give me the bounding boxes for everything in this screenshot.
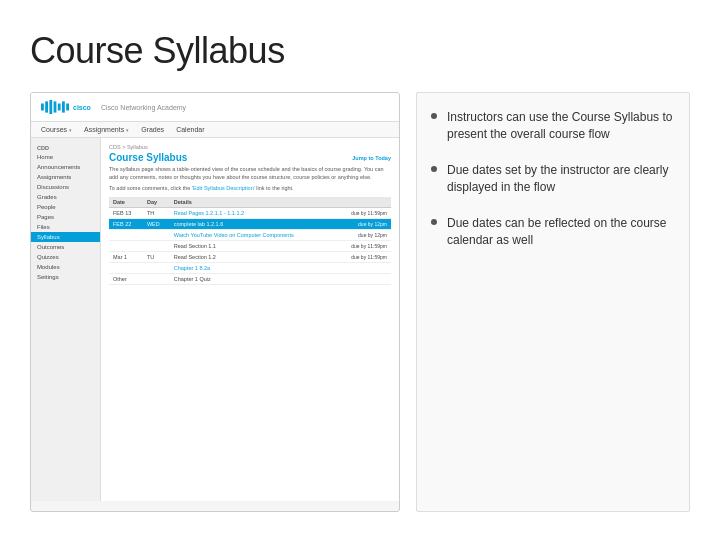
detail-link[interactable]: Chapter 1 8.2a <box>174 265 210 271</box>
page-content: CDS > Syllabus Course Syllabus Jump to T… <box>101 138 399 501</box>
sidebar-item-syllabus[interactable]: Syllabus <box>31 232 100 242</box>
sidebar-section-label: CDD <box>31 142 100 152</box>
cell-details: Read Section 1.2 <box>170 252 335 263</box>
svg-rect-4 <box>58 104 61 111</box>
cell-day <box>143 230 170 241</box>
main-area: CDD Home Announcements Assignments Discu… <box>31 138 399 501</box>
description-text: The syllabus page shows a table-oriented… <box>109 166 391 181</box>
col-due <box>335 197 392 208</box>
sidebar-item-announcements[interactable]: Announcements <box>31 162 100 172</box>
svg-rect-2 <box>49 100 52 114</box>
table-row: Read Section 1.1 due by 11:59pm <box>109 241 391 252</box>
sidebar-item-grades[interactable]: Grades <box>31 192 100 202</box>
edit-link[interactable]: 'Edit Syllabus Description' <box>192 185 255 191</box>
bullet-item-3: Due dates can be reflected on the course… <box>431 215 675 250</box>
content-area: cisco Cisco Networking Academy Courses ▾… <box>30 92 690 512</box>
academy-text: Cisco Networking Academy <box>101 104 186 111</box>
sidebar: CDD Home Announcements Assignments Discu… <box>31 138 101 501</box>
cell-date <box>109 230 143 241</box>
jump-to-today[interactable]: Jump to Today <box>352 155 391 161</box>
breadcrumb: CDS > Syllabus <box>109 144 391 150</box>
table-row: Watch YouTube Video on Computer Componen… <box>109 230 391 241</box>
cisco-text: cisco <box>73 104 91 111</box>
cell-date <box>109 241 143 252</box>
sidebar-item-people[interactable]: People <box>31 202 100 212</box>
nav-calendar[interactable]: Calendar <box>176 126 204 133</box>
cell-details: Read Pages 1.2.1.1 - 1.1.1.2 <box>170 208 335 219</box>
table-header-row: Date Day Details <box>109 197 391 208</box>
sidebar-item-home[interactable]: Home <box>31 152 100 162</box>
sidebar-item-assignments[interactable]: Assignments <box>31 172 100 182</box>
sidebar-item-files[interactable]: Files <box>31 222 100 232</box>
cell-day <box>143 274 170 285</box>
page-heading: Course Syllabus <box>109 152 187 163</box>
cell-due: due by 11:59pm <box>335 252 392 263</box>
cell-due <box>335 263 392 274</box>
cell-day: TU <box>143 252 170 263</box>
sidebar-item-quizzes[interactable]: Quizzes <box>31 252 100 262</box>
table-row: Other Chapter 1 Quiz <box>109 274 391 285</box>
slide-title: Course Syllabus <box>30 30 690 72</box>
table-row: Chapter 1 8.2a <box>109 263 391 274</box>
bullet-item-1: Instructors can use the Course Syllabus … <box>431 109 675 144</box>
table-row: FEB 22 WED complete lab 1.2.1.6 due by 1… <box>109 219 391 230</box>
cell-details: complete lab 1.2.1.6 <box>170 219 335 230</box>
cell-date: FEB 13 <box>109 208 143 219</box>
nav-grades[interactable]: Grades <box>141 126 164 133</box>
add-comments: To add some comments, click the 'Edit Sy… <box>109 185 391 191</box>
cell-details: Chapter 1 Quiz <box>170 274 335 285</box>
svg-rect-1 <box>45 101 48 112</box>
bullet-dot-2 <box>431 166 437 172</box>
cisco-logo: cisco <box>41 99 91 115</box>
syllabus-table: Date Day Details FEB 13 TH Read Pages 1.… <box>109 197 391 285</box>
cell-due <box>335 274 392 285</box>
svg-rect-0 <box>41 104 44 111</box>
screenshot-mock: cisco Cisco Networking Academy Courses ▾… <box>30 92 400 512</box>
detail-link[interactable]: Watch YouTube Video on Computer Componen… <box>174 232 294 238</box>
sidebar-item-modules[interactable]: Modules <box>31 262 100 272</box>
cell-due: due by 12pm <box>335 219 392 230</box>
bullet-dot-1 <box>431 113 437 119</box>
detail-link[interactable]: Read Pages 1.2.1.1 - 1.1.1.2 <box>174 210 244 216</box>
cell-day: WED <box>143 219 170 230</box>
bullet-text-3: Due dates can be reflected on the course… <box>447 215 675 250</box>
nav-courses[interactable]: Courses ▾ <box>41 126 72 133</box>
bullet-text-2: Due dates set by the instructor are clea… <box>447 162 675 197</box>
cell-due: due by 12pm <box>335 230 392 241</box>
cell-date: FEB 22 <box>109 219 143 230</box>
slide: Course Syllabus cisco <box>0 0 720 540</box>
cell-details: Watch YouTube Video on Computer Componen… <box>170 230 335 241</box>
page-title-bar: Course Syllabus Jump to Today <box>109 152 391 163</box>
sidebar-item-pages[interactable]: Pages <box>31 212 100 222</box>
bullet-text-1: Instructors can use the Course Syllabus … <box>447 109 675 144</box>
col-details: Details <box>170 197 335 208</box>
cell-date <box>109 263 143 274</box>
svg-rect-3 <box>54 101 57 112</box>
bullets-panel: Instructors can use the Course Syllabus … <box>416 92 690 512</box>
top-nav: Courses ▾ Assignments ▾ Grades Calendar <box>31 122 399 138</box>
cell-date: Mar 1 <box>109 252 143 263</box>
svg-rect-5 <box>62 101 65 112</box>
bullet-item-2: Due dates set by the instructor are clea… <box>431 162 675 197</box>
cell-details: Read Section 1.1 <box>170 241 335 252</box>
cisco-header: cisco Cisco Networking Academy <box>31 93 399 122</box>
svg-rect-6 <box>66 104 69 111</box>
bullet-dot-3 <box>431 219 437 225</box>
cell-date: Other <box>109 274 143 285</box>
cisco-logo-icon <box>41 99 69 115</box>
sidebar-item-discussions[interactable]: Discussions <box>31 182 100 192</box>
col-date: Date <box>109 197 143 208</box>
sidebar-item-settings[interactable]: Settings <box>31 272 100 282</box>
nav-assignments[interactable]: Assignments ▾ <box>84 126 129 133</box>
table-row: Mar 1 TU Read Section 1.2 due by 11:59pm <box>109 252 391 263</box>
cell-day <box>143 263 170 274</box>
col-day: Day <box>143 197 170 208</box>
cell-day <box>143 241 170 252</box>
cell-day: TH <box>143 208 170 219</box>
cell-details: Chapter 1 8.2a <box>170 263 335 274</box>
table-row: FEB 13 TH Read Pages 1.2.1.1 - 1.1.1.2 d… <box>109 208 391 219</box>
cell-due: due by 11:59pm <box>335 208 392 219</box>
cell-due: due by 11:59pm <box>335 241 392 252</box>
sidebar-item-outcomes[interactable]: Outcomes <box>31 242 100 252</box>
